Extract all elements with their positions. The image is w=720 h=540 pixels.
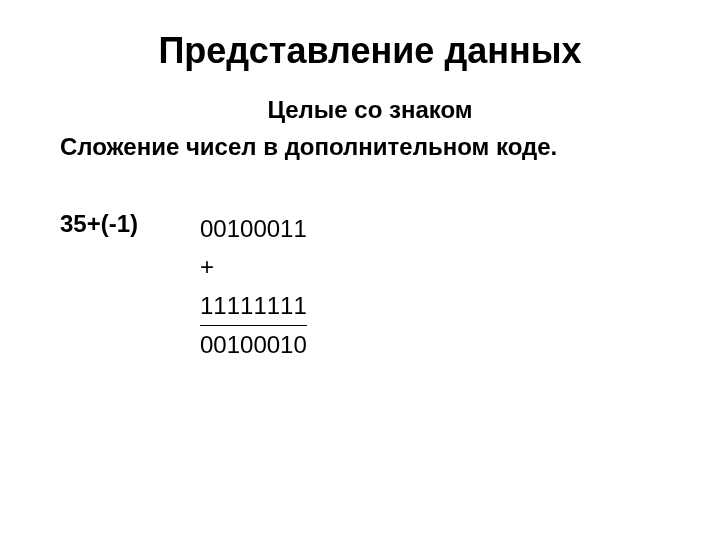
slide-description: Сложение чисел в дополнительном коде. <box>60 132 680 162</box>
calc-expression-label: 35+(-1) <box>60 210 200 238</box>
calc-operator: + <box>200 248 307 286</box>
calc-result: 00100010 <box>200 326 307 364</box>
calc-operand-2-value: 11111111 <box>200 287 307 326</box>
slide-title: Представление данных <box>60 30 680 72</box>
calc-operand-1: 00100011 <box>200 210 307 248</box>
calc-operand-2: 11111111 <box>200 287 307 326</box>
calc-column: 00100011 + 11111111 00100010 <box>200 210 307 365</box>
slide-subtitle: Целые со знаком <box>60 96 680 124</box>
calculation-block: 35+(-1) 00100011 + 11111111 00100010 <box>60 210 680 365</box>
